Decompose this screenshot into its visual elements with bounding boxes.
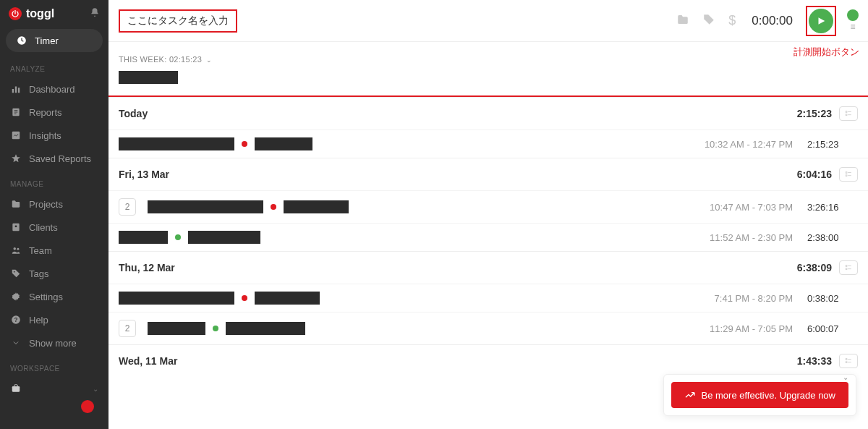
chevron-down-icon: ⌄ <box>93 385 98 393</box>
svg-rect-20 <box>846 268 847 270</box>
sidebar-item-help[interactable]: ? Help <box>0 308 109 331</box>
dollar-icon[interactable]: $ <box>726 10 739 31</box>
time-entry[interactable]: 7:41 PM - 8:20 PM 0:38:02 <box>109 284 868 312</box>
redacted-text <box>148 322 205 335</box>
svg-point-10 <box>14 271 15 273</box>
running-entry[interactable] <box>109 71 868 97</box>
upgrade-popup: ⌄ Be more effective. Upgrade now <box>663 374 856 416</box>
sidebar-label: Saved Reports <box>29 153 91 164</box>
time-entry[interactable]: 2 10:47 AM - 7:03 PM 3:26:16 <box>109 190 868 223</box>
bulk-edit-button[interactable] <box>839 106 858 121</box>
bulk-edit-button[interactable] <box>839 260 858 275</box>
day-label: Thu, 12 Mar <box>119 262 175 273</box>
entry-time-range: 10:32 AM - 12:47 PM <box>705 139 807 150</box>
briefcase-icon <box>10 383 22 394</box>
svg-rect-21 <box>846 359 847 360</box>
sidebar-label: Settings <box>29 292 63 302</box>
day-total: 1:43:33 <box>797 355 832 367</box>
entry-description <box>148 200 349 213</box>
bulk-edit-button[interactable] <box>839 354 858 368</box>
entry-description <box>148 322 305 335</box>
redacted-text <box>119 231 168 244</box>
folder-icon[interactable] <box>673 10 692 32</box>
time-entry[interactable]: 2 11:29 AM - 7:05 PM 6:00:07 <box>109 312 868 344</box>
time-entry[interactable]: 11:52 AM - 2:30 PM 2:38:00 <box>109 223 868 251</box>
redacted-text <box>119 137 234 150</box>
entry-count[interactable]: 2 <box>119 198 136 216</box>
start-button-highlight <box>806 6 836 36</box>
day-group: Fri, 13 Mar 6:04:16 2 10:47 AM - 7:03 PM… <box>109 158 868 251</box>
mode-clock-icon[interactable] <box>846 10 859 20</box>
entry-time-range: 11:52 AM - 2:30 PM <box>710 232 807 243</box>
entry-duration: 2:38:00 <box>807 232 858 243</box>
tag-icon[interactable] <box>699 10 718 32</box>
project-dot <box>271 204 276 210</box>
section-manage: MANAGE <box>0 170 109 192</box>
week-summary[interactable]: THIS WEEK: 02:15:23 ⌄ <box>109 42 868 71</box>
sidebar-label: Dashboard <box>29 84 75 95</box>
sidebar-label: Help <box>29 315 48 326</box>
notification-indicator[interactable] <box>81 400 94 413</box>
sidebar-item-reports[interactable]: Reports <box>0 101 109 124</box>
topbar: ここにタスク名を入力 $ 0:00:00 ≡ <box>109 0 868 42</box>
section-analyze: ANALYZE <box>0 55 109 77</box>
bell-icon[interactable] <box>90 7 100 20</box>
svg-rect-17 <box>846 172 847 174</box>
sidebar-label: Tags <box>29 268 48 279</box>
redacted-text <box>226 322 305 335</box>
sidebar-item-projects[interactable]: Projects <box>0 192 109 216</box>
svg-text:?: ? <box>14 317 18 323</box>
redacted-text <box>255 292 320 305</box>
svg-rect-1 <box>12 89 14 93</box>
entry-description <box>119 231 260 244</box>
sidebar-item-dashboard[interactable]: Dashboard <box>0 77 109 101</box>
star-icon <box>10 153 22 164</box>
day-header: Fri, 13 Mar 6:04:16 <box>109 158 868 190</box>
sidebar-label: Timer <box>35 35 59 46</box>
day-group: Thu, 12 Mar 6:38:09 7:41 PM - 8:20 PM 0:… <box>109 251 868 344</box>
bulk-edit-button[interactable] <box>839 167 858 182</box>
sidebar-label: Show more <box>29 338 77 349</box>
sidebar-item-timer[interactable]: Timer <box>6 29 103 52</box>
entry-description <box>119 292 320 305</box>
annotation-label: 計測開始ボタン <box>793 46 859 59</box>
svg-rect-16 <box>846 114 847 116</box>
svg-point-9 <box>17 248 19 250</box>
chevron-down-icon <box>10 337 22 349</box>
day-label: Today <box>119 108 148 119</box>
sidebar-item-saved-reports[interactable]: Saved Reports <box>0 147 109 170</box>
sidebar-item-team[interactable]: Team <box>0 239 109 262</box>
mode-list-icon[interactable]: ≡ <box>846 22 859 32</box>
svg-rect-15 <box>846 111 847 113</box>
entry-count[interactable]: 2 <box>119 320 136 337</box>
sidebar-label: Reports <box>29 107 62 118</box>
timer-display: 0:00:00 <box>746 14 799 28</box>
team-icon <box>10 245 22 256</box>
entry-duration: 6:00:07 <box>807 323 858 334</box>
entry-time-range: 7:41 PM - 8:20 PM <box>715 293 807 304</box>
sidebar-item-settings[interactable]: Settings <box>0 285 109 308</box>
sidebar-item-clients[interactable]: Clients <box>0 216 109 239</box>
chevron-down-icon[interactable]: ⌄ <box>843 373 848 381</box>
sidebar-label: Projects <box>29 199 63 210</box>
task-name-input[interactable]: ここにタスク名を入力 <box>119 9 237 33</box>
day-group: Wed, 11 Mar 1:43:33 <box>109 344 868 377</box>
day-total: 6:38:09 <box>797 262 832 273</box>
time-entry[interactable]: 10:32 AM - 12:47 PM 2:15:23 <box>109 129 868 158</box>
sidebar-item-insights[interactable]: Insights <box>0 124 109 147</box>
svg-rect-2 <box>15 87 17 93</box>
sidebar-item-show-more[interactable]: Show more <box>0 331 109 354</box>
day-label: Fri, 13 Mar <box>119 169 169 180</box>
folder-icon <box>10 198 22 210</box>
entry-description <box>119 137 312 150</box>
redacted-text <box>255 137 312 150</box>
section-workspace: WORKSPACE <box>0 354 109 377</box>
upgrade-button[interactable]: Be more effective. Upgrade now <box>671 382 848 408</box>
gear-icon <box>10 291 22 302</box>
start-button[interactable] <box>809 9 833 33</box>
workspace-selector[interactable]: ⌄ <box>0 377 109 400</box>
svg-rect-22 <box>846 362 847 363</box>
day-total: 6:04:16 <box>797 169 832 180</box>
insights-icon <box>10 129 22 141</box>
sidebar-item-tags[interactable]: Tags <box>0 262 109 285</box>
